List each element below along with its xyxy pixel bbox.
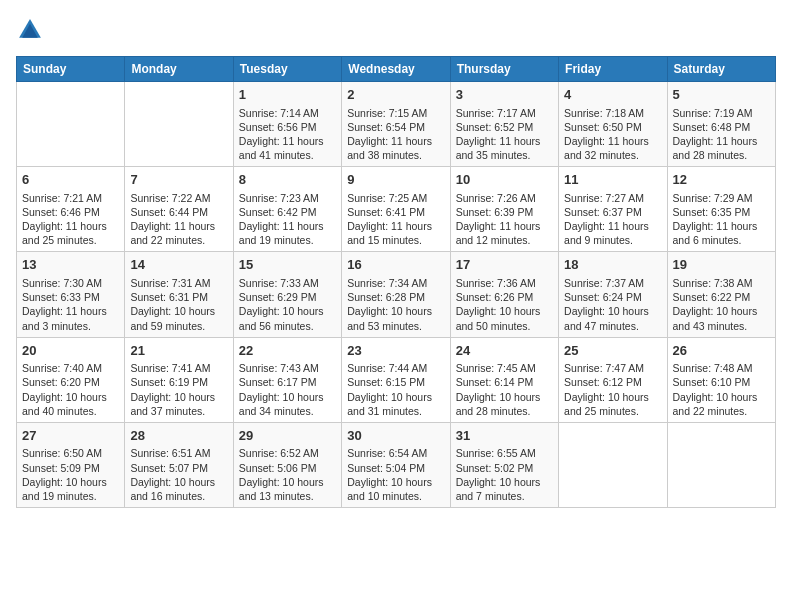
calendar-cell: 27Sunrise: 6:50 AMSunset: 5:09 PMDayligh… <box>17 422 125 507</box>
day-info: Daylight: 11 hours and 32 minutes. <box>564 134 661 162</box>
calendar-table: SundayMondayTuesdayWednesdayThursdayFrid… <box>16 56 776 508</box>
day-info: Sunrise: 7:43 AM <box>239 361 336 375</box>
calendar-cell: 6Sunrise: 7:21 AMSunset: 6:46 PMDaylight… <box>17 167 125 252</box>
day-info: Sunset: 6:33 PM <box>22 290 119 304</box>
calendar-cell: 2Sunrise: 7:15 AMSunset: 6:54 PMDaylight… <box>342 82 450 167</box>
calendar-cell: 4Sunrise: 7:18 AMSunset: 6:50 PMDaylight… <box>559 82 667 167</box>
day-info: Sunrise: 7:38 AM <box>673 276 770 290</box>
day-number: 16 <box>347 256 444 274</box>
day-info: Daylight: 10 hours and 40 minutes. <box>22 390 119 418</box>
calendar-cell: 26Sunrise: 7:48 AMSunset: 6:10 PMDayligh… <box>667 337 775 422</box>
day-info: Daylight: 11 hours and 12 minutes. <box>456 219 553 247</box>
day-info: Sunrise: 7:34 AM <box>347 276 444 290</box>
day-info: Sunrise: 6:52 AM <box>239 446 336 460</box>
day-number: 18 <box>564 256 661 274</box>
day-info: Sunset: 6:42 PM <box>239 205 336 219</box>
calendar-cell: 11Sunrise: 7:27 AMSunset: 6:37 PMDayligh… <box>559 167 667 252</box>
day-number: 23 <box>347 342 444 360</box>
weekday-header-tuesday: Tuesday <box>233 57 341 82</box>
calendar-cell: 15Sunrise: 7:33 AMSunset: 6:29 PMDayligh… <box>233 252 341 337</box>
day-info: Sunset: 6:29 PM <box>239 290 336 304</box>
weekday-header-friday: Friday <box>559 57 667 82</box>
calendar-cell: 1Sunrise: 7:14 AMSunset: 6:56 PMDaylight… <box>233 82 341 167</box>
calendar-cell: 9Sunrise: 7:25 AMSunset: 6:41 PMDaylight… <box>342 167 450 252</box>
day-info: Sunset: 6:10 PM <box>673 375 770 389</box>
day-info: Sunrise: 7:23 AM <box>239 191 336 205</box>
day-info: Daylight: 11 hours and 38 minutes. <box>347 134 444 162</box>
day-number: 8 <box>239 171 336 189</box>
day-info: Sunrise: 7:17 AM <box>456 106 553 120</box>
day-info: Sunset: 6:37 PM <box>564 205 661 219</box>
day-info: Sunrise: 7:44 AM <box>347 361 444 375</box>
day-info: Sunrise: 7:48 AM <box>673 361 770 375</box>
calendar-cell: 3Sunrise: 7:17 AMSunset: 6:52 PMDaylight… <box>450 82 558 167</box>
day-info: Daylight: 10 hours and 25 minutes. <box>564 390 661 418</box>
day-number: 13 <box>22 256 119 274</box>
calendar-cell: 10Sunrise: 7:26 AMSunset: 6:39 PMDayligh… <box>450 167 558 252</box>
day-info: Sunrise: 7:14 AM <box>239 106 336 120</box>
calendar-week-row: 1Sunrise: 7:14 AMSunset: 6:56 PMDaylight… <box>17 82 776 167</box>
day-number: 14 <box>130 256 227 274</box>
day-number: 29 <box>239 427 336 445</box>
calendar-cell <box>125 82 233 167</box>
calendar-cell: 31Sunrise: 6:55 AMSunset: 5:02 PMDayligh… <box>450 422 558 507</box>
calendar-cell: 19Sunrise: 7:38 AMSunset: 6:22 PMDayligh… <box>667 252 775 337</box>
day-info: Sunrise: 7:37 AM <box>564 276 661 290</box>
day-info: Sunset: 6:50 PM <box>564 120 661 134</box>
calendar-cell <box>559 422 667 507</box>
calendar-cell: 29Sunrise: 6:52 AMSunset: 5:06 PMDayligh… <box>233 422 341 507</box>
day-number: 2 <box>347 86 444 104</box>
calendar-cell: 23Sunrise: 7:44 AMSunset: 6:15 PMDayligh… <box>342 337 450 422</box>
calendar-week-row: 13Sunrise: 7:30 AMSunset: 6:33 PMDayligh… <box>17 252 776 337</box>
logo <box>16 16 48 44</box>
calendar-week-row: 20Sunrise: 7:40 AMSunset: 6:20 PMDayligh… <box>17 337 776 422</box>
day-info: Daylight: 10 hours and 47 minutes. <box>564 304 661 332</box>
day-info: Daylight: 10 hours and 37 minutes. <box>130 390 227 418</box>
calendar-cell: 25Sunrise: 7:47 AMSunset: 6:12 PMDayligh… <box>559 337 667 422</box>
day-info: Sunset: 6:46 PM <box>22 205 119 219</box>
day-number: 5 <box>673 86 770 104</box>
calendar-cell: 20Sunrise: 7:40 AMSunset: 6:20 PMDayligh… <box>17 337 125 422</box>
day-info: Daylight: 11 hours and 9 minutes. <box>564 219 661 247</box>
day-info: Sunset: 6:39 PM <box>456 205 553 219</box>
calendar-cell: 28Sunrise: 6:51 AMSunset: 5:07 PMDayligh… <box>125 422 233 507</box>
page-header <box>16 16 776 44</box>
day-info: Daylight: 10 hours and 31 minutes. <box>347 390 444 418</box>
day-info: Daylight: 10 hours and 7 minutes. <box>456 475 553 503</box>
day-info: Daylight: 10 hours and 53 minutes. <box>347 304 444 332</box>
calendar-cell: 17Sunrise: 7:36 AMSunset: 6:26 PMDayligh… <box>450 252 558 337</box>
day-info: Daylight: 10 hours and 22 minutes. <box>673 390 770 418</box>
day-info: Sunrise: 7:27 AM <box>564 191 661 205</box>
day-info: Daylight: 11 hours and 19 minutes. <box>239 219 336 247</box>
day-info: Sunset: 6:54 PM <box>347 120 444 134</box>
day-info: Daylight: 10 hours and 56 minutes. <box>239 304 336 332</box>
day-info: Sunset: 6:15 PM <box>347 375 444 389</box>
day-info: Sunrise: 7:41 AM <box>130 361 227 375</box>
day-info: Sunrise: 7:15 AM <box>347 106 444 120</box>
calendar-cell <box>667 422 775 507</box>
day-info: Sunset: 6:44 PM <box>130 205 227 219</box>
day-info: Sunset: 5:02 PM <box>456 461 553 475</box>
day-info: Sunset: 6:41 PM <box>347 205 444 219</box>
day-info: Sunrise: 6:55 AM <box>456 446 553 460</box>
day-info: Sunset: 6:48 PM <box>673 120 770 134</box>
day-info: Sunset: 6:35 PM <box>673 205 770 219</box>
day-number: 4 <box>564 86 661 104</box>
day-number: 21 <box>130 342 227 360</box>
day-info: Sunrise: 7:45 AM <box>456 361 553 375</box>
day-info: Sunrise: 7:26 AM <box>456 191 553 205</box>
day-info: Daylight: 11 hours and 15 minutes. <box>347 219 444 247</box>
day-info: Sunset: 6:14 PM <box>456 375 553 389</box>
weekday-header-thursday: Thursday <box>450 57 558 82</box>
day-number: 9 <box>347 171 444 189</box>
day-info: Sunset: 6:19 PM <box>130 375 227 389</box>
day-info: Daylight: 10 hours and 43 minutes. <box>673 304 770 332</box>
day-info: Sunset: 5:06 PM <box>239 461 336 475</box>
day-info: Sunset: 6:56 PM <box>239 120 336 134</box>
calendar-cell: 30Sunrise: 6:54 AMSunset: 5:04 PMDayligh… <box>342 422 450 507</box>
logo-icon <box>16 16 44 44</box>
day-info: Sunset: 6:28 PM <box>347 290 444 304</box>
day-number: 24 <box>456 342 553 360</box>
weekday-header-monday: Monday <box>125 57 233 82</box>
calendar-week-row: 6Sunrise: 7:21 AMSunset: 6:46 PMDaylight… <box>17 167 776 252</box>
